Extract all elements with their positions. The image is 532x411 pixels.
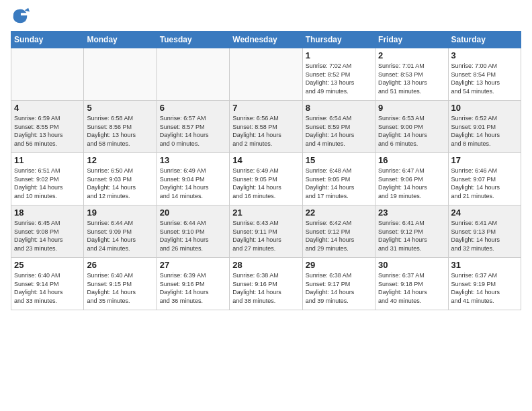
calendar-table: Sunday Monday Tuesday Wednesday Thursday… [11, 31, 521, 310]
day-info: Sunrise: 7:00 AM Sunset: 8:54 PM Dayligh… [451, 62, 518, 95]
day-number: 10 [451, 103, 518, 113]
day-number: 30 [378, 260, 445, 270]
day-number: 27 [160, 260, 226, 270]
calendar-week-row: 11Sunrise: 6:51 AM Sunset: 9:02 PM Dayli… [11, 153, 521, 205]
day-info: Sunrise: 6:43 AM Sunset: 9:11 PM Dayligh… [232, 219, 299, 253]
day-info: Sunrise: 6:52 AM Sunset: 9:01 PM Dayligh… [451, 114, 518, 148]
calendar-cell: 23Sunrise: 6:41 AM Sunset: 9:12 PM Dayli… [375, 205, 448, 258]
day-info: Sunrise: 6:39 AM Sunset: 9:16 PM Dayligh… [160, 271, 226, 305]
calendar-cell: 18Sunrise: 6:45 AM Sunset: 9:08 PM Dayli… [11, 205, 84, 258]
day-info: Sunrise: 6:58 AM Sunset: 8:56 PM Dayligh… [87, 114, 153, 148]
page-container: Sunday Monday Tuesday Wednesday Thursday… [0, 0, 532, 317]
day-info: Sunrise: 7:01 AM Sunset: 8:53 PM Dayligh… [378, 62, 445, 95]
day-info: Sunrise: 6:42 AM Sunset: 9:12 PM Dayligh… [306, 219, 372, 253]
calendar-cell: 1Sunrise: 7:02 AM Sunset: 8:52 PM Daylig… [302, 48, 375, 101]
day-info: Sunrise: 6:37 AM Sunset: 9:18 PM Dayligh… [378, 271, 445, 305]
day-info: Sunrise: 6:38 AM Sunset: 9:17 PM Dayligh… [306, 271, 372, 305]
day-info: Sunrise: 6:44 AM Sunset: 9:09 PM Dayligh… [87, 219, 153, 253]
calendar-cell: 17Sunrise: 6:46 AM Sunset: 9:07 PM Dayli… [448, 153, 521, 205]
day-number: 26 [87, 260, 153, 270]
calendar-cell: 22Sunrise: 6:42 AM Sunset: 9:12 PM Dayli… [302, 205, 375, 258]
day-number: 4 [14, 103, 81, 113]
day-info: Sunrise: 6:46 AM Sunset: 9:07 PM Dayligh… [451, 167, 518, 200]
calendar-cell: 19Sunrise: 6:44 AM Sunset: 9:09 PM Dayli… [84, 205, 157, 258]
calendar-cell: 6Sunrise: 6:57 AM Sunset: 8:57 PM Daylig… [157, 101, 229, 153]
day-info: Sunrise: 7:02 AM Sunset: 8:52 PM Dayligh… [306, 62, 372, 95]
day-info: Sunrise: 6:37 AM Sunset: 9:19 PM Dayligh… [451, 271, 518, 305]
day-number: 19 [87, 208, 153, 218]
calendar-cell: 27Sunrise: 6:39 AM Sunset: 9:16 PM Dayli… [157, 258, 229, 310]
calendar-header-row: Sunday Monday Tuesday Wednesday Thursday… [11, 32, 521, 48]
calendar-cell: 30Sunrise: 6:37 AM Sunset: 9:18 PM Dayli… [375, 258, 448, 310]
calendar-cell: 16Sunrise: 6:47 AM Sunset: 9:06 PM Dayli… [375, 153, 448, 205]
day-number: 23 [378, 208, 445, 218]
col-sunday: Sunday [11, 32, 84, 48]
calendar-cell: 9Sunrise: 6:53 AM Sunset: 9:00 PM Daylig… [375, 101, 448, 153]
day-info: Sunrise: 6:45 AM Sunset: 9:08 PM Dayligh… [14, 219, 81, 253]
day-number: 20 [160, 208, 226, 218]
day-number: 25 [14, 260, 81, 270]
calendar-cell: 29Sunrise: 6:38 AM Sunset: 9:17 PM Dayli… [302, 258, 375, 310]
day-info: Sunrise: 6:57 AM Sunset: 8:57 PM Dayligh… [160, 114, 226, 148]
logo-icon [11, 7, 30, 26]
calendar-cell [157, 48, 229, 101]
day-info: Sunrise: 6:59 AM Sunset: 8:55 PM Dayligh… [14, 114, 81, 148]
calendar-cell [230, 48, 302, 101]
day-number: 6 [160, 103, 226, 113]
day-number: 12 [87, 155, 153, 165]
day-number: 2 [378, 50, 445, 60]
day-info: Sunrise: 6:47 AM Sunset: 9:06 PM Dayligh… [378, 167, 445, 200]
calendar-week-row: 25Sunrise: 6:40 AM Sunset: 9:14 PM Dayli… [11, 258, 521, 310]
day-number: 1 [306, 50, 372, 60]
calendar-week-row: 4Sunrise: 6:59 AM Sunset: 8:55 PM Daylig… [11, 101, 521, 153]
calendar-cell: 26Sunrise: 6:40 AM Sunset: 9:15 PM Dayli… [84, 258, 157, 310]
day-number: 8 [306, 103, 372, 113]
calendar-cell: 3Sunrise: 7:00 AM Sunset: 8:54 PM Daylig… [448, 48, 521, 101]
calendar-week-row: 18Sunrise: 6:45 AM Sunset: 9:08 PM Dayli… [11, 205, 521, 258]
calendar-week-row: 1Sunrise: 7:02 AM Sunset: 8:52 PM Daylig… [11, 48, 521, 101]
calendar-cell: 14Sunrise: 6:49 AM Sunset: 9:05 PM Dayli… [230, 153, 302, 205]
day-info: Sunrise: 6:38 AM Sunset: 9:16 PM Dayligh… [232, 271, 299, 305]
day-info: Sunrise: 6:40 AM Sunset: 9:15 PM Dayligh… [87, 271, 153, 305]
day-number: 18 [14, 208, 81, 218]
col-thursday: Thursday [302, 32, 375, 48]
calendar-cell: 20Sunrise: 6:44 AM Sunset: 9:10 PM Dayli… [157, 205, 229, 258]
day-info: Sunrise: 6:50 AM Sunset: 9:03 PM Dayligh… [87, 167, 153, 200]
calendar-cell [11, 48, 84, 101]
calendar-cell: 28Sunrise: 6:38 AM Sunset: 9:16 PM Dayli… [230, 258, 302, 310]
day-info: Sunrise: 6:40 AM Sunset: 9:14 PM Dayligh… [14, 271, 81, 305]
calendar-cell: 15Sunrise: 6:48 AM Sunset: 9:05 PM Dayli… [302, 153, 375, 205]
calendar-cell: 10Sunrise: 6:52 AM Sunset: 9:01 PM Dayli… [448, 101, 521, 153]
day-number: 13 [160, 155, 226, 165]
day-info: Sunrise: 6:41 AM Sunset: 9:12 PM Dayligh… [378, 219, 445, 253]
day-info: Sunrise: 6:41 AM Sunset: 9:13 PM Dayligh… [451, 219, 518, 253]
day-number: 11 [14, 155, 81, 165]
day-number: 14 [232, 155, 299, 165]
col-saturday: Saturday [448, 32, 521, 48]
day-info: Sunrise: 6:53 AM Sunset: 9:00 PM Dayligh… [378, 114, 445, 148]
day-number: 5 [87, 103, 153, 113]
header [11, 7, 521, 26]
day-number: 21 [232, 208, 299, 218]
col-tuesday: Tuesday [157, 32, 229, 48]
calendar-cell: 25Sunrise: 6:40 AM Sunset: 9:14 PM Dayli… [11, 258, 84, 310]
day-number: 7 [232, 103, 299, 113]
calendar-cell [84, 48, 157, 101]
day-number: 15 [306, 155, 372, 165]
calendar-cell: 12Sunrise: 6:50 AM Sunset: 9:03 PM Dayli… [84, 153, 157, 205]
day-number: 29 [306, 260, 372, 270]
day-info: Sunrise: 6:54 AM Sunset: 8:59 PM Dayligh… [306, 114, 372, 148]
calendar-cell: 21Sunrise: 6:43 AM Sunset: 9:11 PM Dayli… [230, 205, 302, 258]
day-number: 3 [451, 50, 518, 60]
logo [11, 7, 32, 26]
calendar-cell: 24Sunrise: 6:41 AM Sunset: 9:13 PM Dayli… [448, 205, 521, 258]
day-info: Sunrise: 6:51 AM Sunset: 9:02 PM Dayligh… [14, 167, 81, 200]
day-number: 31 [451, 260, 518, 270]
calendar-cell: 7Sunrise: 6:56 AM Sunset: 8:58 PM Daylig… [230, 101, 302, 153]
calendar-cell: 31Sunrise: 6:37 AM Sunset: 9:19 PM Dayli… [448, 258, 521, 310]
calendar-cell: 8Sunrise: 6:54 AM Sunset: 8:59 PM Daylig… [302, 101, 375, 153]
calendar-cell: 11Sunrise: 6:51 AM Sunset: 9:02 PM Dayli… [11, 153, 84, 205]
col-wednesday: Wednesday [230, 32, 302, 48]
day-info: Sunrise: 6:44 AM Sunset: 9:10 PM Dayligh… [160, 219, 226, 253]
calendar-cell: 4Sunrise: 6:59 AM Sunset: 8:55 PM Daylig… [11, 101, 84, 153]
